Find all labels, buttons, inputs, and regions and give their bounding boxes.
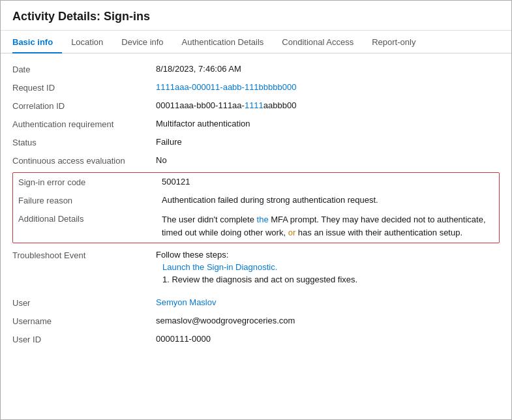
failure-reason-value: Authentication failed during strong auth… [162,195,494,205]
cae-value: No [156,155,500,165]
failure-reason-row: Failure reason Authentication failed dur… [13,191,499,209]
auth-req-label: Authentication requirement [12,119,156,129]
date-label: Date [12,64,156,74]
username-value: semaslov@woodgrovegroceries.com [156,316,500,325]
title-bar: Activity Details: Sign-ins [1,1,511,31]
error-box: Sign-in error code 500121 Failure reason… [12,172,500,243]
follow-steps-text: Follow these steps: [156,250,500,260]
tab-report-only[interactable]: Report-only [363,31,425,53]
troubleshoot-label: Troubleshoot Event [12,250,156,260]
user-id-row: User ID 0000111-0000 [12,330,500,348]
error-code-value: 500121 [162,177,494,187]
user-value[interactable]: Semyon Maslov [156,297,500,307]
status-value: Failure [156,137,500,147]
cae-label: Continuous access evaluation [12,155,156,166]
username-row: Username semaslov@woodgrovegroceries.com [12,312,500,330]
correlation-id-value: 00011aaa-bb00-111aa-1111aabbb00 [156,100,500,110]
additional-details-value: The user didn't complete the MFA prompt.… [162,213,494,239]
status-label: Status [12,137,156,147]
date-value: 8/18/2023, 7:46:06 AM [156,64,500,74]
error-code-row: Sign-in error code 500121 [13,173,499,191]
cae-row: Continuous access evaluation No [12,151,500,170]
tab-location[interactable]: Location [62,31,112,53]
user-id-value: 0000111-0000 [156,334,500,344]
additional-details-label: Additional Details [18,213,162,224]
additional-details-row: Additional Details The user didn't compl… [13,209,499,243]
launch-diagnostic-link[interactable]: Launch the Sign-in Diagnostic. [156,262,500,272]
review-step-text: 1. Review the diagnosis and act on sugge… [156,275,500,284]
tab-basic-info[interactable]: Basic info [12,31,62,53]
tab-device-info[interactable]: Device info [112,31,172,53]
user-id-label: User ID [12,334,156,344]
page-title: Activity Details: Sign-ins [12,10,500,23]
error-code-label: Sign-in error code [18,177,162,187]
tabs-container: Basic info Location Device info Authenti… [1,31,511,53]
username-label: Username [12,316,156,326]
auth-req-row: Authentication requirement Multifactor a… [12,115,500,133]
troubleshoot-content: Follow these steps: Launch the Sign-in D… [156,250,500,284]
user-label: User [12,297,156,308]
correlation-id-label: Correlation ID [12,100,156,111]
request-id-row: Request ID 1111aaa-000011-aabb-111bbbbb0… [12,78,500,97]
user-row: User Semyon Maslov [12,293,500,312]
content-area: Date 8/18/2023, 7:46:06 AM Request ID 11… [1,53,511,360]
request-id-label: Request ID [12,82,156,93]
status-row: Status Failure [12,133,500,151]
auth-req-value: Multifactor authentication [156,119,500,128]
correlation-id-row: Correlation ID 00011aaa-bb00-111aa-1111a… [12,97,500,115]
tab-authentication-details[interactable]: Authentication Details [173,31,273,53]
activity-details-window: Activity Details: Sign-ins Basic info Lo… [0,0,512,420]
troubleshoot-row: Troubleshoot Event Follow these steps: L… [12,246,500,288]
date-row: Date 8/18/2023, 7:46:06 AM [12,60,500,78]
failure-reason-label: Failure reason [18,195,162,205]
request-id-value[interactable]: 1111aaa-000011-aabb-111bbbbb000 [156,82,500,92]
tab-conditional-access[interactable]: Conditional Access [273,31,363,53]
